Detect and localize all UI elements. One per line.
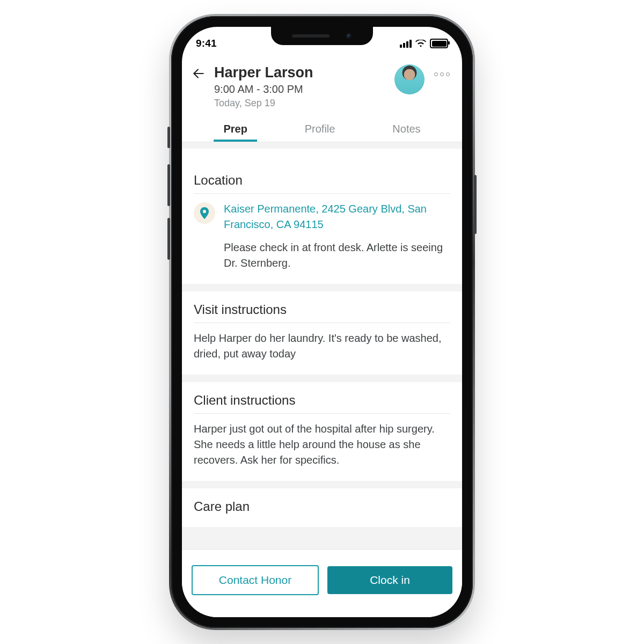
client-avatar[interactable] [394, 64, 425, 94]
care-plan-section: Care plan [182, 488, 462, 527]
volume-up-button [167, 164, 170, 206]
location-section: Location Kaiser Permanente, 2425 Geary B… [182, 162, 462, 284]
more-button[interactable] [432, 64, 451, 84]
tab-notes[interactable]: Notes [388, 120, 425, 142]
visit-date: Today, Sep 19 [214, 98, 389, 109]
tab-profile[interactable]: Profile [301, 120, 340, 142]
client-instructions-text: Harper just got out of the hospital afte… [194, 421, 450, 468]
cell-signal-icon [400, 40, 412, 48]
back-button[interactable] [188, 63, 209, 84]
visit-instructions-text: Help Harper do her laundry. It's ready t… [194, 331, 450, 362]
clock-in-button[interactable]: Clock in [327, 566, 452, 594]
location-address-link[interactable]: Kaiser Permanente, 2425 Geary Blvd, San … [224, 201, 450, 232]
wifi-icon [415, 40, 426, 47]
divider [194, 193, 450, 194]
divider [194, 413, 450, 414]
client-instructions-section: Client instructions Harper just got out … [182, 382, 462, 481]
battery-icon [430, 39, 448, 48]
visit-instructions-section: Visit instructions Help Harper do her la… [182, 291, 462, 375]
section-title: Client instructions [194, 393, 450, 408]
tab-prep[interactable]: Prep [219, 120, 251, 142]
tab-label: Notes [392, 123, 420, 135]
button-label: Clock in [370, 574, 410, 587]
tab-divider [182, 142, 462, 149]
status-time: 9:41 [196, 38, 217, 49]
map-pin-icon [194, 202, 215, 224]
client-name: Harper Larson [214, 64, 389, 81]
divider [194, 323, 450, 323]
tab-label: Profile [305, 123, 335, 135]
button-label: Contact Honor [219, 574, 291, 587]
content-scroll[interactable]: Location Kaiser Permanente, 2425 Geary B… [182, 162, 462, 571]
screen: 9:41 [182, 27, 462, 617]
tab-label: Prep [223, 123, 247, 135]
notch [271, 27, 373, 45]
header: Harper Larson 9:00 AM - 3:00 PM Today, S… [182, 56, 462, 113]
volume-down-button [167, 218, 170, 260]
side-button [167, 127, 170, 148]
contact-honor-button[interactable]: Contact Honor [192, 565, 319, 595]
more-icon [434, 72, 450, 76]
power-button [474, 175, 477, 234]
back-arrow-icon [192, 67, 206, 80]
section-title: Visit instructions [194, 302, 450, 317]
phone-frame: 9:41 [169, 14, 475, 630]
section-title: Location [194, 173, 450, 188]
location-note: Please check in at front desk. Arlette i… [224, 240, 450, 271]
speaker-grille [292, 34, 330, 38]
visit-time-range: 9:00 AM - 3:00 PM [214, 83, 389, 96]
bottom-actions: Contact Honor Clock in [182, 549, 462, 617]
section-title: Care plan [194, 499, 450, 514]
tabs: Prep Profile Notes [182, 113, 462, 142]
front-camera [346, 33, 352, 39]
